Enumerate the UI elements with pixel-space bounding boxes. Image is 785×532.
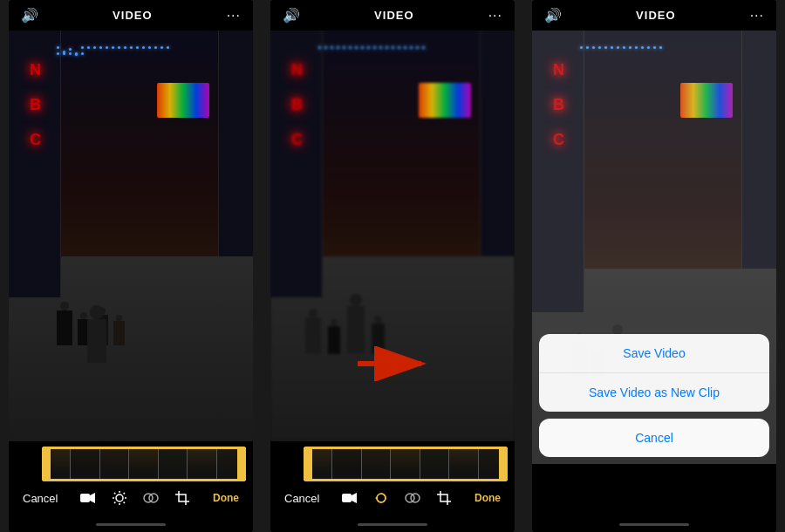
crop-tool-icon-1[interactable] [173,488,192,508]
svg-point-20 [411,494,420,502]
panel2-tool-icons [340,488,454,508]
panel1-header: 🔊 VIDEO ··· [9,0,253,31]
svg-line-8 [124,502,125,503]
video-tool-icon-1[interactable] [78,488,98,508]
sun-tool-icon-1[interactable] [110,488,129,508]
panel2-bottom-controls: ▶ Cancel [270,441,515,516]
panel3-action-sheet: Save Video Save Video as New Clip [539,334,769,412]
red-arrow [353,346,432,385]
panel3-header: 🔊 VIDEO ··· [532,0,776,31]
video-tool-icon-2[interactable] [340,488,359,508]
panel3-title: VIDEO [636,9,675,22]
panel2-done-btn[interactable]: Done [474,492,501,504]
panel2-video: N B C [270,31,515,441]
more-icon-1[interactable]: ··· [227,8,241,24]
panel1-filmstrip-wrapper: ▶ [9,447,253,481]
speaker-icon-2: 🔊 [283,7,300,24]
panel3-action-sheet-cancel: Cancel [539,419,769,457]
svg-rect-15 [342,494,352,502]
save-video-btn[interactable]: Save Video [539,334,769,373]
panel1-action-bar: Cancel Done [9,481,253,513]
phone-panel-1: 🔊 VIDEO ··· N B C [9,0,253,532]
speaker-icon-3: 🔊 [544,7,562,24]
panel1-filmstrip[interactable] [42,447,246,481]
crop-tool-icon-2[interactable] [434,488,454,508]
panel1-done-btn[interactable]: Done [213,492,239,504]
svg-line-10 [114,502,115,503]
panel1-title: VIDEO [113,9,152,22]
svg-line-9 [124,493,125,494]
panel2-filmstrip-wrapper: ▶ [270,447,515,481]
panel2-header: 🔊 VIDEO ··· [270,0,515,31]
save-video-new-clip-btn[interactable]: Save Video as New Clip [539,373,769,412]
panel2-filmstrip[interactable] [304,447,508,481]
svg-point-2 [116,494,123,501]
panel2-cancel-btn[interactable]: Cancel [284,492,319,505]
panel3-video: N B C [532,31,776,464]
filter-tool-icon-2[interactable] [403,488,422,508]
spin-tool-icon-2[interactable] [372,488,391,508]
panel1-tool-icons [78,488,192,508]
panel1-scene: N B C [9,31,253,441]
panel2-action-bar: Cancel Done [270,481,515,513]
svg-marker-16 [352,493,357,503]
panel1-video: N B C [9,31,253,441]
svg-marker-1 [90,493,95,503]
panel1-bottom-controls: ▶ Cancel [9,441,253,516]
svg-line-7 [114,493,115,494]
svg-rect-0 [80,494,90,502]
phone-panel-2: 🔊 VIDEO ··· N B C [270,0,515,532]
phone-panel-3: 🔊 VIDEO ··· N B C [532,0,776,532]
more-icon-2[interactable]: ··· [488,8,502,24]
filter-tool-icon-1[interactable] [141,488,160,508]
svg-point-12 [149,494,158,502]
panel2-title: VIDEO [374,9,413,22]
more-icon-3[interactable]: ··· [750,8,764,24]
cancel-action-btn[interactable]: Cancel [539,419,769,457]
panel1-cancel-btn[interactable]: Cancel [23,492,58,505]
speaker-icon-1: 🔊 [21,7,38,24]
